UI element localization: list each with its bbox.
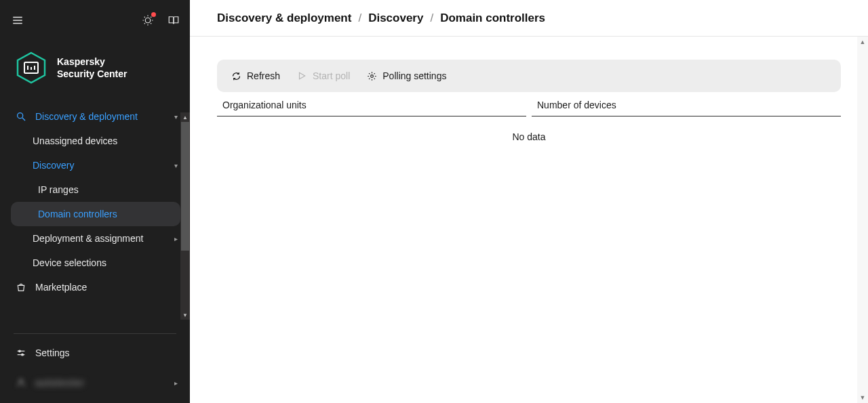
sidebar-nav: Discovery & deployment ▾ Unassigned devi…: [0, 104, 190, 326]
scroll-up-icon[interactable]: ▲: [857, 37, 868, 47]
app-title-line1: Kaspersky: [57, 56, 127, 68]
notifications-icon[interactable]: [141, 14, 155, 27]
svg-point-23: [19, 379, 22, 383]
sidebar-topbar: [0, 0, 190, 41]
sidebar-divider: [14, 333, 176, 334]
svg-point-3: [145, 18, 151, 23]
sidebar-item-device-selections[interactable]: Device selections: [0, 251, 190, 275]
main-scrollbar[interactable]: ▲ ▼: [857, 37, 868, 403]
sidebar-item-label: Settings: [35, 347, 182, 358]
breadcrumb-separator: /: [430, 12, 433, 25]
gear-icon: [366, 70, 377, 81]
svg-marker-24: [300, 72, 305, 79]
content: Refresh Start poll Polling settings Orga…: [190, 37, 868, 403]
notification-badge: [151, 12, 156, 17]
sidebar: Kaspersky Security Center Discovery & de…: [0, 0, 190, 403]
start-poll-button: Start poll: [296, 70, 350, 81]
sidebar-item-marketplace[interactable]: Marketplace: [0, 275, 190, 299]
sidebar-item-discovery[interactable]: Discovery ▾: [0, 153, 190, 177]
toolbar: Refresh Start poll Polling settings: [217, 60, 841, 92]
main-area: Discovery & deployment / Discovery / Dom…: [190, 0, 868, 403]
breadcrumb-item[interactable]: Discovery & deployment: [217, 12, 351, 25]
user-icon: [15, 377, 27, 389]
breadcrumb-current: Domain controllers: [440, 12, 545, 25]
sidebar-item-unassigned-devices[interactable]: Unassigned devices: [0, 129, 190, 153]
sidebar-item-label: IP ranges: [38, 184, 182, 195]
breadcrumb: Discovery & deployment / Discovery / Dom…: [190, 0, 868, 37]
hamburger-menu-button[interactable]: [9, 12, 26, 28]
search-icon: [15, 110, 27, 123]
scroll-up-icon[interactable]: ▲: [180, 112, 190, 122]
sidebar-item-ip-ranges[interactable]: IP ranges: [0, 177, 190, 202]
app-logo: Kaspersky Security Center: [0, 41, 190, 104]
sidebar-item-settings[interactable]: Settings: [0, 341, 190, 365]
bag-icon: [15, 281, 27, 293]
top-icons: [141, 14, 180, 27]
sidebar-item-label: Discovery: [33, 160, 161, 171]
sidebar-item-deployment-assignment[interactable]: Deployment & assignment ▸: [0, 226, 190, 251]
play-icon: [296, 70, 307, 81]
sidebar-scrollbar[interactable]: ▲ ▼: [180, 122, 190, 310]
button-label: Polling settings: [382, 70, 446, 81]
sidebar-item-discovery-deployment[interactable]: Discovery & deployment ▾: [0, 104, 190, 129]
svg-line-10: [144, 23, 145, 24]
button-label: Start poll: [313, 70, 350, 81]
sidebar-scroll-thumb[interactable]: [181, 122, 189, 251]
results-table: Organizational units Number of devices N…: [217, 92, 841, 157]
sidebar-item-label: Marketplace: [35, 282, 182, 293]
button-label: Refresh: [247, 70, 280, 81]
breadcrumb-separator: /: [358, 12, 361, 25]
svg-line-8: [144, 17, 145, 18]
scroll-down-icon[interactable]: ▼: [180, 310, 190, 320]
scroll-down-icon[interactable]: ▼: [857, 392, 868, 403]
help-book-icon[interactable]: [167, 14, 180, 27]
sidebar-item-label: Deployment & assignment: [33, 233, 161, 244]
svg-point-25: [370, 75, 373, 77]
sidebar-item-label: Domain controllers: [38, 209, 172, 219]
sidebar-item-domain-controllers[interactable]: Domain controllers: [11, 202, 180, 226]
table-empty-message: No data: [217, 116, 841, 157]
sidebar-user[interactable]: autotester ▸: [0, 369, 190, 396]
column-header-ou[interactable]: Organizational units: [217, 100, 526, 116]
sidebar-item-label: Device selections: [33, 257, 182, 268]
chevron-right-icon: ▸: [170, 377, 182, 389]
refresh-icon: [231, 70, 241, 81]
svg-line-11: [151, 17, 151, 18]
svg-line-9: [151, 23, 151, 24]
sidebar-user-name: autotester: [35, 377, 161, 388]
breadcrumb-item[interactable]: Discovery: [368, 12, 423, 25]
polling-settings-button[interactable]: Polling settings: [366, 70, 446, 81]
app-title: Kaspersky Security Center: [57, 56, 127, 80]
svg-line-18: [22, 118, 25, 121]
sidebar-item-label: Discovery & deployment: [35, 111, 161, 122]
app-title-line2: Security Center: [57, 68, 127, 80]
svg-point-17: [18, 113, 23, 119]
column-header-devices[interactable]: Number of devices: [532, 100, 841, 116]
table-header-row: Organizational units Number of devices: [217, 92, 841, 116]
sidebar-item-label: Unassigned devices: [33, 135, 182, 146]
refresh-button[interactable]: Refresh: [231, 70, 280, 81]
sliders-icon: [15, 347, 27, 359]
logo-icon: [15, 51, 47, 84]
